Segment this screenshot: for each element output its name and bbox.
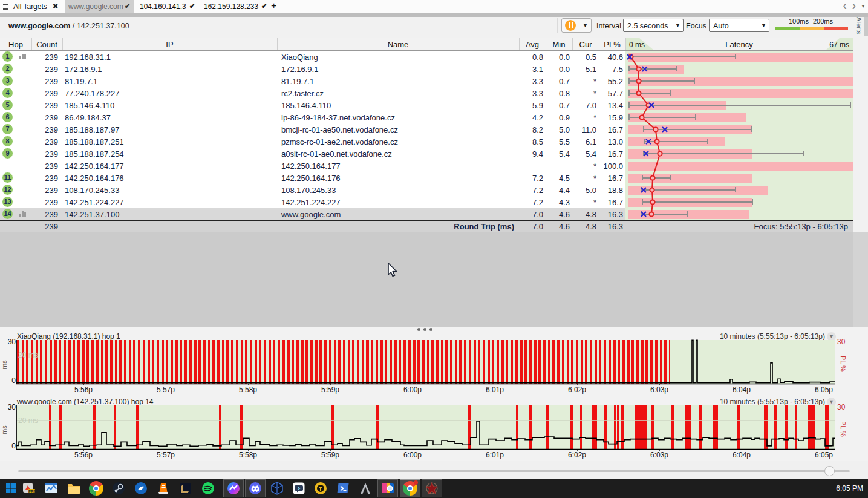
svg-text:PRE: PRE xyxy=(28,490,36,493)
